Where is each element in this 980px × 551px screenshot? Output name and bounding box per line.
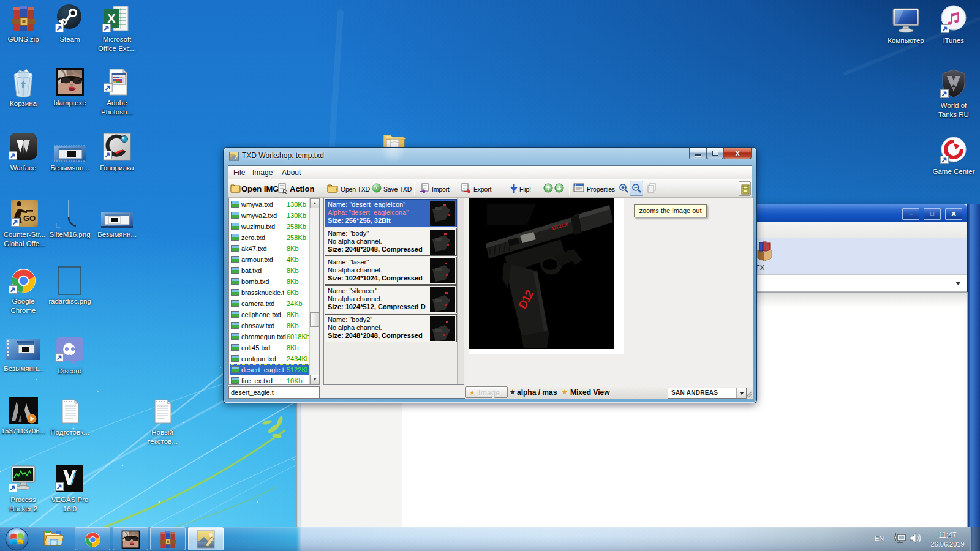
svg-text:GO: GO (23, 214, 36, 223)
svg-text:X: X (107, 12, 116, 25)
